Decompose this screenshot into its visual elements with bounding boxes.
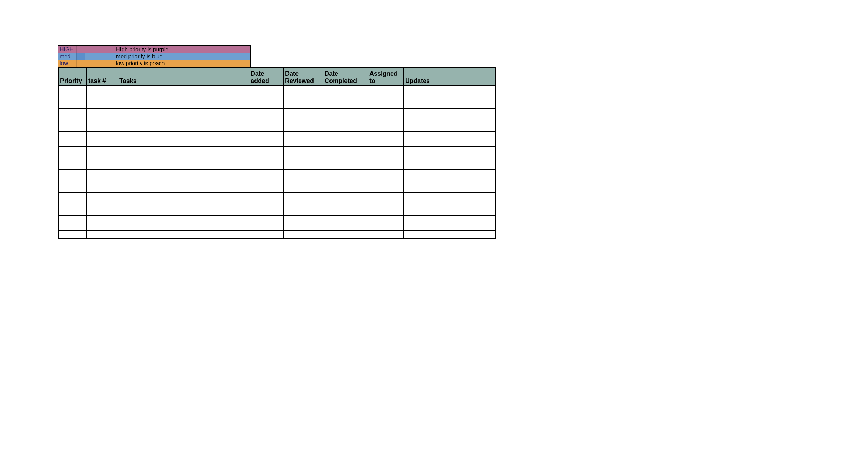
cell-date_completed[interactable] [323,200,368,208]
cell-date_reviewed[interactable] [284,147,323,154]
cell-date_added[interactable] [249,208,284,216]
cell-task_num[interactable] [87,170,118,177]
cell-date_reviewed[interactable] [284,124,323,132]
cell-updates[interactable] [404,193,495,200]
cell-task_num[interactable] [87,132,118,139]
cell-date_reviewed[interactable] [284,101,323,109]
cell-task_num[interactable] [87,101,118,109]
cell-date_completed[interactable] [323,231,368,238]
cell-assigned_to[interactable] [368,116,404,124]
cell-assigned_to[interactable] [368,193,404,200]
cell-tasks[interactable] [118,147,249,154]
cell-priority[interactable] [58,93,87,101]
cell-date_completed[interactable] [323,124,368,132]
cell-task_num[interactable] [87,93,118,101]
cell-date_added[interactable] [249,162,284,170]
cell-date_added[interactable] [249,147,284,154]
cell-priority[interactable] [58,185,87,193]
cell-date_completed[interactable] [323,139,368,147]
cell-date_completed[interactable] [323,116,368,124]
cell-date_added[interactable] [249,231,284,238]
cell-priority[interactable] [58,231,87,238]
cell-date_completed[interactable] [323,193,368,200]
cell-task_num[interactable] [87,109,118,116]
cell-date_reviewed[interactable] [284,109,323,116]
cell-date_completed[interactable] [323,185,368,193]
cell-task_num[interactable] [87,185,118,193]
cell-task_num[interactable] [87,208,118,216]
cell-date_added[interactable] [249,200,284,208]
cell-date_completed[interactable] [323,101,368,109]
cell-priority[interactable] [58,124,87,132]
cell-updates[interactable] [404,86,495,93]
cell-priority[interactable] [58,154,87,162]
cell-date_reviewed[interactable] [284,193,323,200]
cell-task_num[interactable] [87,147,118,154]
cell-tasks[interactable] [118,132,249,139]
cell-priority[interactable] [58,223,87,231]
cell-updates[interactable] [404,170,495,177]
cell-date_completed[interactable] [323,208,368,216]
col-header-priority[interactable]: Priority [58,68,87,86]
cell-assigned_to[interactable] [368,216,404,223]
cell-task_num[interactable] [87,124,118,132]
cell-tasks[interactable] [118,124,249,132]
cell-date_added[interactable] [249,86,284,93]
cell-updates[interactable] [404,208,495,216]
cell-tasks[interactable] [118,200,249,208]
cell-updates[interactable] [404,154,495,162]
cell-date_completed[interactable] [323,132,368,139]
cell-task_num[interactable] [87,154,118,162]
cell-task_num[interactable] [87,86,118,93]
cell-date_reviewed[interactable] [284,132,323,139]
cell-task_num[interactable] [87,231,118,238]
cell-date_completed[interactable] [323,216,368,223]
cell-priority[interactable] [58,86,87,93]
cell-date_reviewed[interactable] [284,185,323,193]
cell-updates[interactable] [404,101,495,109]
col-header-date-completed[interactable]: Date Completed [323,68,368,86]
cell-date_completed[interactable] [323,109,368,116]
cell-date_added[interactable] [249,216,284,223]
col-header-date-added[interactable]: Date added [249,68,284,86]
cell-date_added[interactable] [249,109,284,116]
cell-date_completed[interactable] [323,223,368,231]
cell-priority[interactable] [58,147,87,154]
cell-tasks[interactable] [118,177,249,185]
cell-assigned_to[interactable] [368,162,404,170]
cell-priority[interactable] [58,216,87,223]
cell-tasks[interactable] [118,93,249,101]
cell-date_added[interactable] [249,170,284,177]
cell-date_completed[interactable] [323,86,368,93]
cell-tasks[interactable] [118,170,249,177]
cell-date_added[interactable] [249,93,284,101]
cell-date_completed[interactable] [323,170,368,177]
cell-date_added[interactable] [249,101,284,109]
cell-priority[interactable] [58,116,87,124]
cell-assigned_to[interactable] [368,223,404,231]
cell-date_reviewed[interactable] [284,177,323,185]
cell-assigned_to[interactable] [368,231,404,238]
cell-updates[interactable] [404,139,495,147]
col-header-assigned-to[interactable]: Assigned to [368,68,404,86]
cell-task_num[interactable] [87,223,118,231]
cell-date_added[interactable] [249,154,284,162]
cell-tasks[interactable] [118,86,249,93]
cell-date_added[interactable] [249,185,284,193]
cell-updates[interactable] [404,93,495,101]
cell-priority[interactable] [58,193,87,200]
cell-priority[interactable] [58,170,87,177]
cell-tasks[interactable] [118,154,249,162]
cell-date_added[interactable] [249,132,284,139]
cell-tasks[interactable] [118,223,249,231]
cell-updates[interactable] [404,185,495,193]
cell-tasks[interactable] [118,101,249,109]
col-header-date-reviewed[interactable]: Date Reviewed [284,68,323,86]
cell-priority[interactable] [58,101,87,109]
cell-updates[interactable] [404,216,495,223]
cell-assigned_to[interactable] [368,177,404,185]
cell-date_reviewed[interactable] [284,86,323,93]
cell-updates[interactable] [404,109,495,116]
cell-updates[interactable] [404,132,495,139]
cell-tasks[interactable] [118,109,249,116]
